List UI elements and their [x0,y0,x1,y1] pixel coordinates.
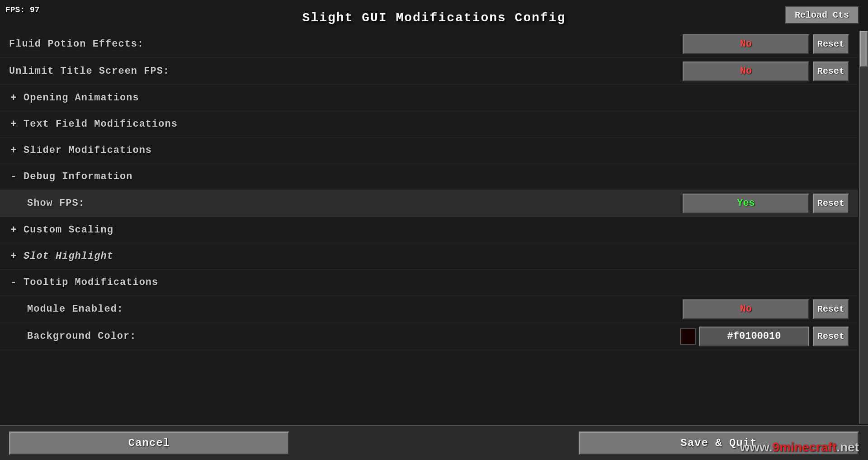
watermark-net: .net [836,440,859,454]
slot-highlight-label: Slot Highlight [24,251,849,262]
fluid-potion-effects-toggle[interactable]: No [683,34,809,54]
bottom-bar: Cancel Save & Quit www.9minecraft.net [0,425,868,460]
slider-modifications-section: + Slider Modifications [0,138,858,164]
background-color-reset[interactable]: Reset [813,327,849,346]
settings-list: Fluid Potion Effects: No Reset Unlimit T… [0,31,858,424]
slot-highlight-section: + Slot Highlight [0,243,858,270]
watermark-www: www. [740,440,773,454]
reload-button[interactable]: Reload Cts [785,6,859,24]
slot-highlight-toggle-icon[interactable]: + [9,250,18,262]
content-area: Fluid Potion Effects: No Reset Unlimit T… [0,31,868,424]
show-fps-reset[interactable]: Reset [813,194,849,213]
scrollbar[interactable] [859,31,868,424]
background-color-input[interactable]: #f0100010 [699,327,809,346]
watermark-site: 9minecraft [773,440,837,454]
text-field-modifications-toggle-icon[interactable]: + [9,118,18,130]
module-enabled-toggle[interactable]: No [683,299,809,319]
slider-modifications-label: Slider Modifications [24,145,849,156]
show-fps-label: Show FPS: [9,198,683,209]
unlimit-title-screen-fps-reset[interactable]: Reset [813,62,849,81]
show-fps-row: Show FPS: Yes Reset [0,190,858,217]
slider-modifications-toggle-icon[interactable]: + [9,144,18,156]
tooltip-modifications-label: Tooltip Modifications [24,277,849,288]
scrollbar-thumb[interactable] [860,31,868,67]
text-field-modifications-section: + Text Field Modifications [0,111,858,138]
fluid-potion-effects-reset[interactable]: Reset [813,34,849,54]
custom-scaling-section: + Custom Scaling [0,217,858,243]
custom-scaling-toggle-icon[interactable]: + [9,224,18,236]
tooltip-modifications-toggle-icon[interactable]: - [9,276,18,289]
tooltip-modifications-section: - Tooltip Modifications [0,270,858,296]
opening-animations-label: Opening Animations [24,92,849,104]
watermark: www.9minecraft.net [740,440,859,455]
debug-information-toggle-icon[interactable]: - [9,171,18,183]
text-field-modifications-label: Text Field Modifications [24,119,849,130]
page-title: Slight GUI Modifications Config [302,11,566,25]
fluid-potion-effects-row: Fluid Potion Effects: No Reset [0,31,858,58]
module-enabled-reset[interactable]: Reset [813,299,849,319]
background-color-swatch[interactable] [680,328,696,345]
opening-animations-toggle-icon[interactable]: + [9,92,18,104]
background-color-row: Background Color: #f0100010 Reset [0,323,858,350]
debug-information-section: - Debug Information [0,164,858,190]
background-color-label: Background Color: [9,331,680,342]
custom-scaling-label: Custom Scaling [24,224,849,236]
debug-information-label: Debug Information [24,171,849,182]
opening-animations-section: + Opening Animations [0,85,858,111]
unlimit-title-screen-fps-label: Unlimit Title Screen FPS: [9,66,683,77]
cancel-button[interactable]: Cancel [9,432,289,455]
module-enabled-row: Module Enabled: No Reset [0,296,858,323]
fps-counter: FPS: 97 [5,5,40,14]
module-enabled-label: Module Enabled: [9,304,683,315]
fluid-potion-effects-label: Fluid Potion Effects: [9,38,683,50]
show-fps-toggle[interactable]: Yes [683,194,809,213]
unlimit-title-screen-fps-row: Unlimit Title Screen FPS: No Reset [0,58,858,85]
unlimit-title-screen-fps-toggle[interactable]: No [683,62,809,81]
